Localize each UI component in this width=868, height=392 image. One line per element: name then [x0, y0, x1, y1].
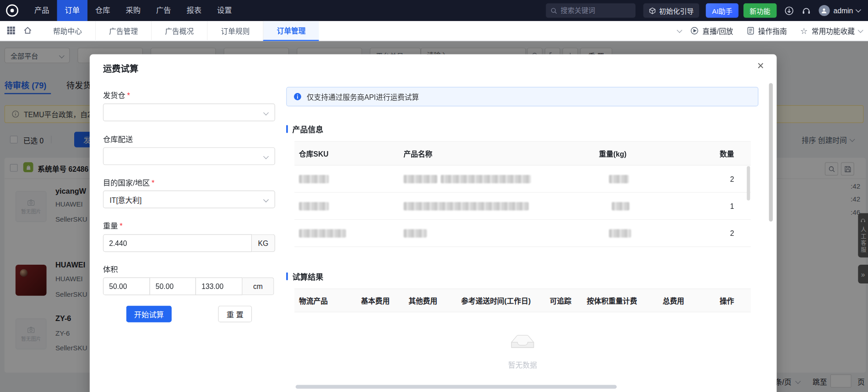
result-table-hscrollbar[interactable]: [296, 385, 617, 388]
info-filled-icon: [293, 93, 302, 101]
blurred-sku: [299, 229, 346, 237]
blurred-name: [441, 175, 531, 183]
api-info-alert: 仅支持通过服务商API进行运费试算: [286, 87, 758, 106]
menu-warehouse[interactable]: 仓库: [87, 0, 118, 21]
delivery-label: 仓库配送: [103, 133, 133, 144]
guide-doc-icon: [747, 27, 754, 35]
qty-cell: 1: [688, 202, 751, 210]
menu-ads[interactable]: 广告: [148, 0, 179, 21]
qty-cell: 2: [688, 229, 751, 237]
weight-label: 重量*: [103, 220, 123, 231]
new-feature-button[interactable]: 新功能: [743, 3, 776, 17]
result-section-title: 试算结果: [286, 271, 323, 282]
top-navbar: 产品 订单 仓库 采购 广告 报表 设置 初始化引导 AI助手 新功能: [0, 0, 868, 21]
product-row: 2: [294, 220, 750, 247]
blurred-sku: [299, 175, 329, 183]
favorites-link[interactable]: ☆ 常用功能收藏: [800, 26, 863, 36]
volume-width-input[interactable]: [149, 278, 196, 295]
modal-title: 运费试算: [103, 61, 138, 75]
tab-help-center[interactable]: 帮助中心: [40, 21, 95, 41]
menu-products[interactable]: 产品: [27, 0, 57, 21]
menu-orders[interactable]: 订单: [57, 0, 88, 21]
home-icon[interactable]: [23, 26, 33, 36]
warehouse-select[interactable]: [103, 103, 275, 121]
menu-settings[interactable]: 设置: [209, 0, 240, 21]
product-info-section-title: 产品信息: [286, 124, 323, 135]
tab-ad-management[interactable]: 广告管理: [95, 21, 151, 41]
volume-unit-addon: cm: [243, 278, 274, 295]
blurred-name: [404, 229, 427, 237]
qty-cell: 2: [688, 175, 751, 183]
apps-grid-icon[interactable]: [7, 26, 17, 36]
tab-order-management[interactable]: 订单管理: [263, 21, 319, 41]
country-select[interactable]: IT[意大利]: [103, 191, 275, 208]
product-row: 2: [294, 166, 750, 193]
workspace-tabbar: 帮助中心 广告管理 广告概况 订单规则 订单管理 直播/回放 操作指南 ☆ 常用…: [0, 21, 868, 41]
version-update-icon[interactable]: [784, 6, 794, 16]
volume-length-input[interactable]: [103, 278, 150, 295]
headset-icon[interactable]: [801, 6, 811, 16]
modal-close-button[interactable]: ×: [754, 59, 768, 73]
tab-order-rules[interactable]: 订单规则: [207, 21, 263, 41]
country-label: 目的国家/地区*: [103, 177, 154, 188]
play-circle-icon: [690, 27, 699, 35]
tab-ad-overview[interactable]: 广告概况: [151, 21, 207, 41]
operation-guide-link[interactable]: 操作指南: [747, 26, 787, 36]
star-icon: ☆: [800, 27, 808, 35]
blurred-weight: [612, 202, 629, 210]
tabs-collapse-chevron-icon[interactable]: [677, 27, 682, 33]
form-reset-button[interactable]: 重 置: [218, 305, 252, 322]
global-search[interactable]: [546, 3, 635, 17]
blurred-weight: [609, 229, 631, 237]
live-replay-link[interactable]: 直播/回放: [690, 26, 733, 36]
product-table-header: 仓库SKU 产品名称 重量(kg) 数量: [294, 141, 750, 165]
blurred-sku: [299, 202, 329, 210]
ai-assistant-button[interactable]: AI助手: [706, 3, 738, 17]
blurred-weight: [609, 175, 629, 183]
modal-scrollbar[interactable]: [769, 83, 773, 221]
empty-text: 暂无数据: [508, 359, 537, 370]
menu-reports[interactable]: 报表: [179, 0, 210, 21]
init-guide-label: 初始化引导: [659, 5, 694, 16]
volume-label: 体积: [103, 263, 118, 274]
menu-purchase[interactable]: 采购: [118, 0, 149, 21]
chevron-down-icon: [263, 197, 269, 202]
blurred-name: [404, 175, 438, 183]
product-table-scrollbar[interactable]: [747, 166, 750, 201]
volume-height-input[interactable]: [195, 278, 243, 295]
search-input[interactable]: [561, 7, 622, 15]
favorites-chevron-icon: [858, 27, 863, 33]
chevron-down-icon: [263, 154, 269, 159]
result-table-header: 物流产品 基本费用 其他费用 参考递送时间(工作日) 可追踪 按体积重量计费 总…: [294, 289, 750, 312]
freight-trial-modal: 运费试算 × 发货仓* 仓库配送 目的国家/地区* IT[意大利] 重量* KG…: [90, 54, 777, 392]
app-logo-icon[interactable]: [5, 4, 19, 17]
cube-icon: [649, 7, 656, 14]
start-trial-button[interactable]: 开始试算: [126, 305, 172, 322]
init-guide-button[interactable]: 初始化引导: [643, 3, 700, 17]
product-row: 1: [294, 193, 750, 220]
warehouse-label: 发货仓*: [103, 89, 130, 100]
result-table: 物流产品 基本费用 其他费用 参考递送时间(工作日) 可追踪 按体积重量计费 总…: [294, 289, 750, 390]
chevron-down-icon: [263, 110, 269, 115]
empty-inbox-icon: [505, 332, 540, 355]
alert-text: 仅支持通过服务商API进行运费试算: [307, 92, 419, 102]
weight-input[interactable]: [103, 234, 252, 252]
product-table: 仓库SKU 产品名称 重量(kg) 数量 2 1 2: [294, 141, 750, 247]
search-icon: [550, 7, 558, 14]
username[interactable]: admin: [834, 6, 853, 15]
blurred-name: [404, 202, 529, 210]
delivery-select[interactable]: [103, 147, 275, 165]
screen: 产品 订单 仓库 采购 广告 报表 设置 初始化引导 AI助手 新功能: [0, 0, 868, 392]
weight-unit-addon: KG: [252, 234, 275, 252]
user-menu-chevron-icon[interactable]: [856, 7, 861, 12]
empty-state: 暂无数据: [294, 312, 750, 390]
user-avatar[interactable]: [819, 5, 830, 16]
